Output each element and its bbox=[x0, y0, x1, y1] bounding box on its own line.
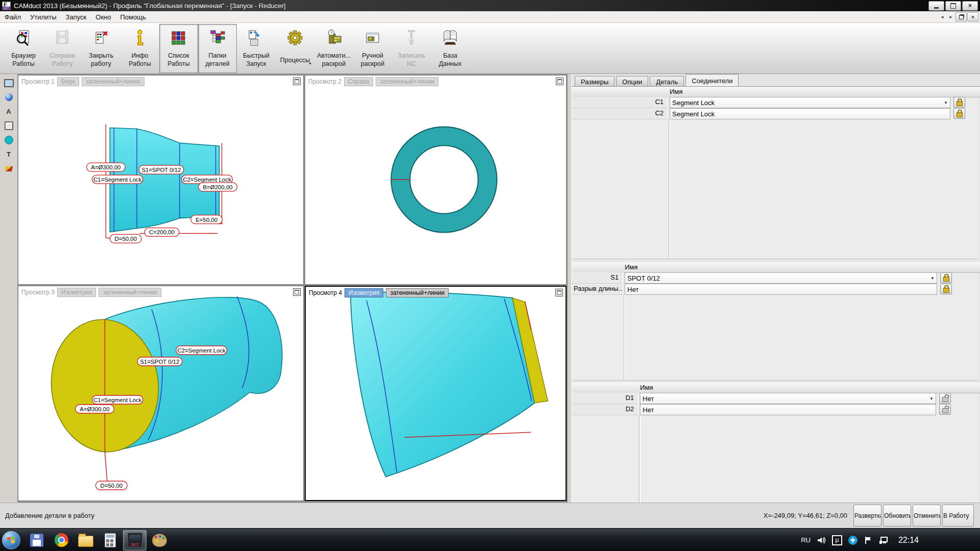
viewport-4-shading-button[interactable]: затененный+линии bbox=[386, 288, 449, 297]
processes-button[interactable]: Процессы ▼ bbox=[276, 24, 314, 73]
taskbar-clock[interactable]: 22:14 bbox=[898, 536, 919, 545]
maximize-button[interactable] bbox=[945, 1, 961, 11]
viewport-4[interactable]: Просмотр 4 Изометрия затененный+линии bbox=[305, 286, 567, 501]
item-folders-button[interactable]: Папки деталей bbox=[198, 24, 237, 73]
network-icon[interactable] bbox=[879, 536, 888, 545]
field-value-d2[interactable]: Нет bbox=[640, 404, 936, 415]
viewport-2-maximize-icon[interactable] bbox=[556, 78, 564, 85]
dropdown-arrow-icon[interactable]: ▼ bbox=[926, 396, 934, 401]
taskbar-app-camduct-icon[interactable]: DCT bbox=[123, 530, 146, 550]
side-toolbar: A T bbox=[0, 74, 18, 503]
menu-window[interactable]: Окно bbox=[91, 12, 115, 22]
viewport-3-canvas[interactable]: C2=Segment Lock S1=SPOT 0/12 C1=Segment … bbox=[18, 286, 303, 500]
tab-connectors[interactable]: Соединители bbox=[685, 74, 739, 86]
viewport-1-shading-button[interactable]: затененный+линии bbox=[82, 77, 144, 86]
viewport-2[interactable]: Просмотр 2 Справа затененный+линии bbox=[305, 75, 567, 285]
taskbar-app-palette-icon[interactable] bbox=[148, 530, 171, 550]
field-label-length-break: Разрыв длины... bbox=[572, 284, 624, 295]
callout-B: B=Ø200,00 bbox=[199, 183, 237, 191]
field-value-d1[interactable]: Нет ▼ bbox=[640, 393, 936, 404]
menu-file[interactable]: Файл bbox=[0, 12, 26, 22]
tab-item[interactable]: Деталь bbox=[650, 76, 684, 86]
taskbar-app-floppy-icon[interactable] bbox=[25, 530, 48, 550]
volume-icon[interactable] bbox=[817, 536, 826, 545]
view-layout-icon[interactable] bbox=[3, 77, 15, 89]
viewport-1[interactable]: Просмотр 1 Верх затененный+линии A=Ø300,… bbox=[18, 75, 304, 285]
manual-nest-icon bbox=[363, 29, 382, 47]
mdi-close-button[interactable]: × bbox=[967, 12, 978, 21]
unlock-button-d2[interactable] bbox=[939, 404, 951, 415]
dropdown-arrow-icon[interactable]: ▼ bbox=[927, 276, 935, 281]
svg-text:C1=Segment Lock: C1=Segment Lock bbox=[93, 177, 142, 183]
viewport-1-canvas[interactable]: A=Ø300,00 S1=SPOT 0/12 C1=Segment Lock C… bbox=[18, 76, 303, 284]
field-value-length-break[interactable]: Нет bbox=[625, 284, 937, 295]
start-button[interactable] bbox=[2, 531, 20, 549]
refresh-button[interactable]: Обновить bbox=[883, 505, 911, 527]
viewport-4-maximize-icon[interactable] bbox=[555, 289, 563, 296]
taskbar-app-explorer-icon[interactable] bbox=[74, 530, 97, 550]
flag-action-center-icon[interactable] bbox=[864, 536, 873, 545]
close-button[interactable]: × bbox=[962, 1, 978, 11]
field-value-c2[interactable]: Segment Lock bbox=[670, 108, 950, 119]
database-button[interactable]: База Данных bbox=[431, 24, 470, 73]
add-to-job-button[interactable]: В Работу bbox=[942, 505, 974, 527]
menu-utilities[interactable]: Утилиты bbox=[26, 12, 61, 22]
close-job-button[interactable]: Закрыть работу bbox=[82, 24, 120, 73]
render-sphere-icon[interactable] bbox=[3, 91, 15, 103]
taskbar-app-calculator-icon[interactable] bbox=[99, 530, 122, 550]
lightning-tray-icon[interactable] bbox=[848, 536, 857, 545]
viewport-3-view-button[interactable]: Изометрия bbox=[57, 288, 96, 297]
tab-dimensions[interactable]: Размеры bbox=[575, 76, 615, 86]
mdi-restore-button[interactable] bbox=[955, 12, 967, 21]
viewport-4-view-button[interactable]: Изометрия bbox=[345, 288, 384, 297]
job-list-button[interactable]: Список Работы bbox=[159, 24, 198, 73]
viewport-3-shading-button[interactable]: затененный+линии bbox=[99, 288, 161, 297]
minimize-button[interactable] bbox=[928, 1, 944, 11]
viewport-2-canvas[interactable] bbox=[305, 76, 566, 284]
job-info-button[interactable]: Инфо Работы bbox=[120, 24, 159, 73]
mu-tray-icon[interactable]: μ bbox=[832, 535, 842, 545]
auto-nest-button[interactable]: Автомати... раскрой bbox=[314, 24, 353, 73]
field-value-c1[interactable]: Segment Lock ▼ bbox=[670, 97, 950, 108]
scroll-right-icon[interactable]: ► bbox=[947, 13, 955, 21]
field-value-s1[interactable]: SPOT 0/12 ▼ bbox=[625, 272, 937, 284]
viewport-1-view-button[interactable]: Верх bbox=[57, 77, 79, 86]
viewport-2-shading-button[interactable]: затененный+линии bbox=[376, 77, 438, 86]
unlock-button-d1[interactable] bbox=[939, 393, 951, 404]
text-tool-icon[interactable]: T bbox=[3, 148, 15, 160]
manual-nest-button[interactable]: Ручной раскрой bbox=[353, 24, 392, 73]
panel-splitter[interactable] bbox=[567, 74, 572, 503]
tab-options[interactable]: Опции bbox=[616, 76, 648, 86]
taskbar: DCT RU μ 22:14 bbox=[0, 528, 980, 551]
svg-text:C1=Segment Lock: C1=Segment Lock bbox=[93, 397, 142, 403]
viewport-1-maximize-icon[interactable] bbox=[293, 78, 301, 85]
taskbar-app-chrome-icon[interactable] bbox=[50, 530, 73, 550]
solid-box-icon[interactable] bbox=[3, 120, 15, 132]
quick-start-icon bbox=[247, 29, 265, 47]
dropdown-arrow-icon[interactable]: ▼ bbox=[941, 101, 948, 105]
viewport-3-maximize-icon[interactable] bbox=[293, 288, 301, 296]
svg-text:A=Ø300,00: A=Ø300,00 bbox=[91, 164, 120, 170]
cancel-button[interactable]: Отменить bbox=[913, 505, 941, 527]
sketch-tool-icon[interactable] bbox=[3, 163, 15, 174]
viewport-3[interactable]: Просмотр 3 Изометрия затененный+линии C2… bbox=[18, 286, 304, 501]
lock-button-c2[interactable] bbox=[953, 108, 965, 119]
circle-tool-icon[interactable] bbox=[3, 134, 15, 146]
save-job-button: Сохрани Работу bbox=[43, 24, 82, 73]
quick-start-button[interactable]: Быстрый Запуск bbox=[237, 24, 276, 73]
unfold-button[interactable]: Развертка bbox=[853, 505, 881, 527]
job-list-icon bbox=[169, 29, 188, 47]
lock-button-c1[interactable] bbox=[953, 97, 965, 108]
scroll-left-icon[interactable]: ◄ bbox=[938, 13, 946, 21]
menu-run[interactable]: Запуск bbox=[61, 12, 91, 22]
lock-button-s1[interactable] bbox=[940, 272, 952, 283]
viewport-4-canvas[interactable] bbox=[306, 287, 566, 500]
job-browser-button[interactable]: Браузер Работы bbox=[4, 24, 43, 73]
processes-dropdown-icon[interactable]: ▼ bbox=[308, 62, 312, 65]
annotation-icon[interactable]: A bbox=[3, 106, 15, 117]
language-indicator[interactable]: RU bbox=[801, 536, 811, 544]
viewport-2-view-button[interactable]: Справа bbox=[344, 77, 373, 86]
callout-C2-iso: C2=Segment Lock bbox=[176, 346, 227, 355]
menu-help[interactable]: Помощь bbox=[115, 12, 150, 22]
lock-button-length-break[interactable] bbox=[940, 284, 952, 294]
